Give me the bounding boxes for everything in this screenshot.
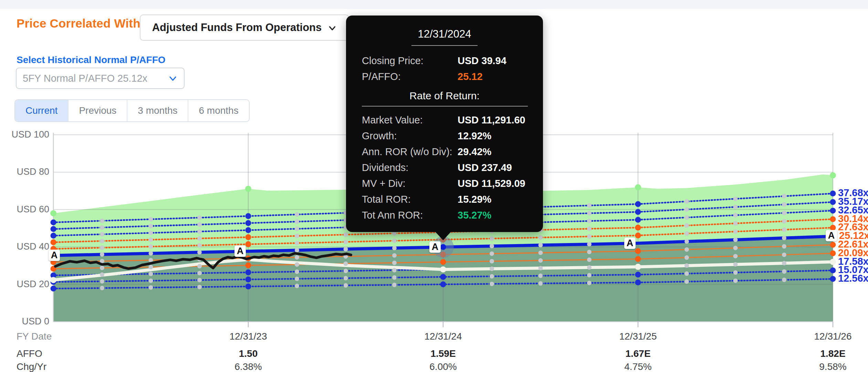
tooltip-date: 12/31/2024 [362, 28, 527, 40]
multiple-label-12.56x: 12.56x [838, 273, 868, 284]
quarter-dot [392, 246, 397, 250]
quarter-dot [538, 266, 543, 270]
quarter-dot [587, 265, 592, 270]
quarter-dot [538, 235, 543, 240]
quarter-dot [782, 194, 786, 198]
year-dot [245, 234, 251, 240]
tooltip-divider [362, 106, 528, 107]
quarter-dot [149, 244, 153, 249]
quarter-dot [490, 259, 494, 263]
quarter-dot [782, 244, 786, 249]
quarter-dot [587, 227, 592, 231]
quarter-dot [197, 271, 202, 275]
quarter-dot [344, 247, 348, 251]
year-dot [51, 220, 56, 225]
quarter-dot [782, 202, 786, 207]
quarter-dot [782, 261, 786, 265]
year-dot [830, 191, 836, 197]
quarter-dot [782, 219, 786, 223]
quarter-dot [587, 281, 592, 285]
quarter-dot [538, 273, 543, 278]
quarter-dot [295, 255, 299, 260]
area-top-dot [830, 172, 836, 179]
annotation-a-marker: A [826, 230, 837, 241]
quarter-dot [733, 254, 738, 258]
year-dot [635, 232, 641, 238]
quarter-dot [684, 215, 689, 220]
year-dot [635, 225, 641, 231]
quarter-dot [538, 251, 543, 255]
quarter-dot [587, 219, 592, 223]
year-dot [830, 216, 836, 222]
quarter-dot [684, 207, 689, 212]
quarter-dot [782, 228, 786, 232]
quarter-dot [295, 269, 299, 274]
affo-value: 1.82E [820, 348, 845, 359]
year-dot [830, 268, 836, 273]
quarter-dot [295, 284, 299, 288]
quarter-dot [344, 240, 348, 244]
year-dot [830, 250, 836, 256]
quarter-dot [392, 275, 397, 280]
fy-date-row-label: FY Date [17, 331, 52, 342]
quarter-dot [490, 274, 494, 279]
tooltip-section-title: Rate of Return: [362, 90, 527, 102]
quarter-dot [149, 224, 153, 228]
y-axis-label: USD 0 [1, 316, 49, 327]
chg-yr-row-label: Chg/Yr [17, 361, 46, 372]
quarter-dot [392, 253, 397, 258]
year-dot [830, 208, 836, 213]
quarter-dot [733, 238, 738, 242]
y-axis-label: USD 100 [1, 129, 49, 140]
quarter-dot [197, 229, 202, 234]
quarter-dot [295, 212, 299, 217]
quarter-dot [149, 238, 153, 242]
quarter-dot [733, 279, 738, 283]
quarter-dot [295, 227, 299, 231]
price-correlated-chart-page: Price Correlated With Adjusted Funds Fro… [0, 0, 868, 372]
quarter-dot [538, 258, 543, 263]
affo-value: 1.59E [430, 348, 456, 359]
white-line-dot [440, 267, 446, 273]
year-dot [245, 277, 251, 282]
year-dot [245, 262, 251, 268]
area-top-dot [50, 210, 56, 217]
year-dot [635, 248, 641, 254]
quarter-dot [295, 241, 299, 245]
quarter-dot [587, 258, 592, 262]
quarter-dot [782, 252, 786, 257]
year-dot [245, 220, 251, 226]
annotation-a-marker[interactable]: A [49, 250, 60, 261]
annotation-a-marker[interactable]: A [624, 238, 636, 249]
white-line-dot [635, 264, 641, 270]
quarter-dot [684, 239, 689, 244]
quarter-dot [295, 234, 299, 238]
quarter-dot [344, 276, 348, 280]
annotation-a-marker[interactable]: A [234, 245, 246, 257]
fy-date-value: 12/31/25 [619, 331, 657, 342]
year-dot [51, 239, 56, 245]
quarter-dot [344, 232, 348, 237]
year-dot [51, 233, 56, 239]
fy-date-value: 12/31/26 [814, 331, 852, 342]
tooltip-row-ann-ror: Ann. ROR (w/o Div):29.42% [362, 144, 527, 160]
quarter-dot [684, 255, 689, 260]
quarter-dot [733, 221, 738, 225]
y-axis-label: USD 20 [1, 279, 49, 290]
fy-date-value: 12/31/23 [230, 331, 267, 342]
quarter-dot [295, 262, 299, 267]
fy-date-value: 12/31/24 [425, 331, 462, 342]
quarter-dot [197, 278, 202, 282]
quarter-dot [100, 232, 104, 237]
annotation-a-marker[interactable]: A [429, 241, 441, 253]
quarter-dot [587, 234, 592, 239]
quarter-dot [490, 236, 494, 241]
year-dot [51, 286, 56, 292]
quarter-dot [344, 261, 348, 266]
quarter-dot [490, 267, 494, 271]
quarter-dot [538, 243, 543, 248]
quarter-dot [782, 269, 786, 274]
quarter-dot [149, 285, 153, 290]
quarter-dot [733, 213, 738, 218]
quarter-dot [197, 250, 202, 254]
